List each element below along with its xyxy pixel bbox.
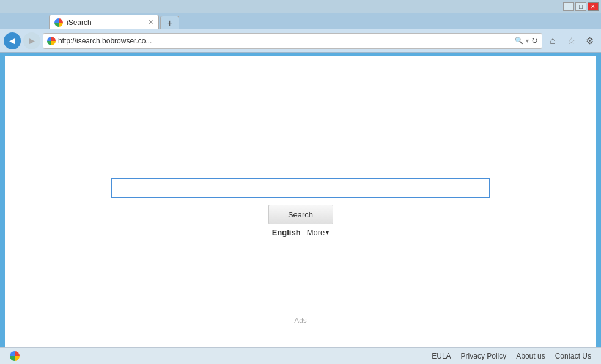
search-button[interactable]: Search bbox=[268, 205, 333, 224]
url-text: http://isearch.bobrowser.co... bbox=[58, 37, 512, 45]
about-us-link[interactable]: About us bbox=[516, 352, 545, 360]
forward-button[interactable]: ▶ bbox=[23, 32, 40, 49]
tab-bar: iSearch ✕ + bbox=[0, 13, 601, 29]
english-link[interactable]: English bbox=[272, 228, 301, 237]
tab-title: iSearch bbox=[67, 18, 92, 27]
new-tab-button[interactable]: + bbox=[160, 16, 179, 29]
bookmark-button[interactable]: ☆ bbox=[563, 33, 579, 49]
title-bar: – □ ✕ bbox=[0, 0, 601, 13]
more-arrow-icon: ▾ bbox=[326, 229, 329, 236]
home-button[interactable]: ⌂ bbox=[545, 33, 561, 49]
tab-close-icon[interactable]: ✕ bbox=[148, 18, 153, 26]
search-input[interactable] bbox=[111, 178, 490, 198]
footer-favicon bbox=[10, 351, 20, 361]
ads-label: Ads bbox=[294, 316, 307, 325]
tab-favicon bbox=[54, 18, 63, 27]
more-label: More bbox=[307, 228, 325, 237]
url-refresh-icon[interactable]: ↻ bbox=[531, 36, 538, 45]
url-bar[interactable]: http://isearch.bobrowser.co... 🔍 ▾ ↻ bbox=[43, 33, 542, 49]
contact-us-link[interactable]: Contact Us bbox=[555, 352, 591, 360]
settings-button[interactable]: ⚙ bbox=[581, 33, 597, 49]
privacy-policy-link[interactable]: Privacy Policy bbox=[461, 352, 507, 360]
eula-link[interactable]: EULA bbox=[432, 352, 451, 360]
close-button[interactable]: ✕ bbox=[588, 2, 599, 11]
more-link[interactable]: More ▾ bbox=[307, 228, 330, 237]
search-options: English More ▾ bbox=[272, 228, 330, 237]
back-button[interactable]: ◀ bbox=[4, 32, 21, 49]
url-dropdown-icon[interactable]: ▾ bbox=[526, 37, 529, 44]
content-wrapper: Search English More ▾ Ads bbox=[0, 53, 601, 347]
active-tab[interactable]: iSearch ✕ bbox=[49, 15, 159, 29]
address-bar: ◀ ▶ http://isearch.bobrowser.co... 🔍 ▾ ↻… bbox=[0, 29, 601, 53]
url-favicon bbox=[47, 37, 56, 45]
minimize-button[interactable]: – bbox=[563, 2, 574, 11]
page-content: Search English More ▾ Ads bbox=[5, 56, 596, 347]
search-area: Search English More ▾ bbox=[111, 178, 490, 237]
maximize-button[interactable]: □ bbox=[575, 2, 586, 11]
footer: EULA Privacy Policy About us Contact Us bbox=[0, 347, 601, 364]
url-search-icon: 🔍 bbox=[515, 37, 523, 45]
